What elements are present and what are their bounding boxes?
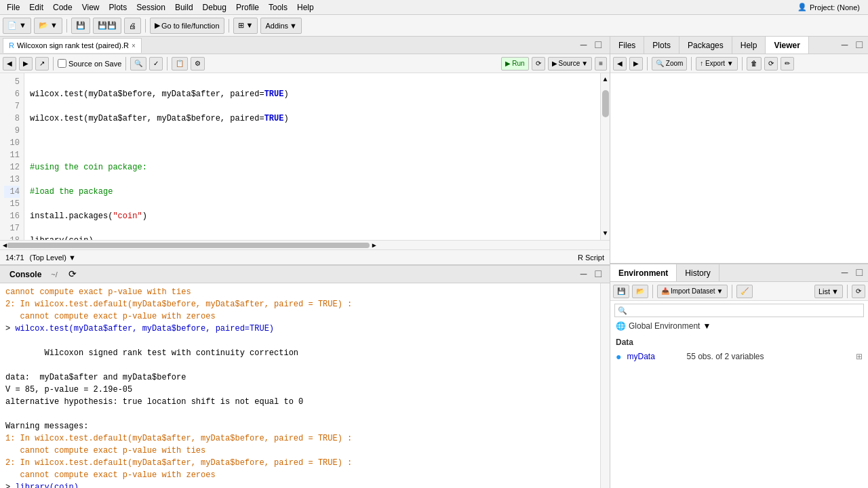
hscrollbar-thumb[interactable] <box>7 243 370 248</box>
more-options-btn[interactable]: ≡ <box>595 57 607 70</box>
import-dataset-btn[interactable]: 📥 Import Dataset ▼ <box>657 285 728 298</box>
tab-history[interactable]: History <box>677 264 719 281</box>
tab-help[interactable]: Help <box>732 37 766 54</box>
grid-btn[interactable]: ⊞ ▼ <box>233 18 258 34</box>
console-content[interactable]: cannot compute exact p-value with ties 2… <box>0 283 600 488</box>
source-btn[interactable]: ▶ Source ▼ <box>548 57 593 70</box>
close-tab-icon[interactable]: × <box>132 42 136 49</box>
run-btn[interactable]: ▶ Run <box>501 57 528 70</box>
editor-scrollbar[interactable]: ▲ ▼ <box>600 73 610 240</box>
save-all-btn[interactable]: 💾💾 <box>93 18 121 34</box>
global-env-dropdown-icon[interactable]: ▼ <box>703 321 711 331</box>
maximize-right-top-icon[interactable]: □ <box>853 39 865 52</box>
editor-tab[interactable]: R Wilcoxon sign rank test (paired).R × <box>3 38 142 53</box>
right-top-controls: — □ <box>836 39 868 52</box>
code-line-9: #load the package <box>30 186 595 198</box>
menu-build[interactable]: Build <box>171 1 197 14</box>
env-sep-3 <box>847 285 848 298</box>
viewer-refresh-btn[interactable]: ⟳ <box>764 57 778 70</box>
menu-bar: File Edit Code View Plots Session Build … <box>0 0 868 15</box>
maximize-console-icon[interactable]: □ <box>592 268 604 281</box>
menu-session[interactable]: Session <box>132 1 170 14</box>
tab-viewer[interactable]: Viewer <box>766 37 808 54</box>
user-icon: 👤 <box>797 3 807 12</box>
viewer-export-btn[interactable]: ↑ Export ▼ <box>696 57 737 70</box>
viewer-edit-btn[interactable]: ✏ <box>781 57 794 70</box>
data-icon: ● <box>616 351 621 362</box>
tab-files[interactable]: Files <box>610 37 644 54</box>
new-file-btn[interactable]: 📄 ▼ <box>3 18 31 34</box>
clear-env-btn[interactable]: 🧹 <box>736 285 753 298</box>
minimize-editor-icon[interactable]: — <box>578 39 590 52</box>
copy-btn[interactable]: 📋 <box>172 57 188 70</box>
minimize-console-icon[interactable]: — <box>578 268 590 281</box>
global-env-label[interactable]: Global Environment <box>629 321 700 331</box>
tab-packages[interactable]: Packages <box>679 37 732 54</box>
viewer-sep-2 <box>691 57 692 70</box>
right-bottom-panel: Environment History — □ 💾 📂 📥 Import Dat… <box>610 264 868 488</box>
options-btn[interactable]: ⚙ <box>191 57 205 70</box>
env-search-box[interactable]: 🔍 <box>614 304 864 317</box>
console-tab[interactable]: Console <box>5 268 45 281</box>
console-refresh-icon[interactable]: ⟳ <box>68 268 77 280</box>
refresh-env-btn[interactable]: ⟳ <box>852 285 865 298</box>
env-sep-1 <box>652 285 653 298</box>
forward-btn[interactable]: ▶ <box>19 57 33 70</box>
search-btn[interactable]: 🔍 <box>130 57 146 70</box>
save-env-btn[interactable]: 💾 <box>613 285 629 298</box>
viewer-clear-btn[interactable]: 🗑 <box>747 57 762 70</box>
list-view-btn[interactable]: List ▼ <box>814 285 843 298</box>
code-line-8: #using the coin package: <box>30 161 595 174</box>
rerun-btn[interactable]: ⟳ <box>532 57 545 70</box>
tab-plots[interactable]: Plots <box>644 37 679 54</box>
print-btn[interactable]: 🖨 <box>124 18 141 34</box>
file-type-label[interactable]: R Script <box>578 253 604 262</box>
editor-sep-1 <box>53 57 54 70</box>
r-file-icon: R <box>9 41 14 49</box>
menu-code[interactable]: Code <box>49 1 77 14</box>
env-search-input[interactable] <box>627 306 861 314</box>
back-btn[interactable]: ◀ <box>3 57 16 70</box>
maximize-editor-icon[interactable]: □ <box>592 39 604 52</box>
menu-edit[interactable]: Edit <box>25 1 47 14</box>
save-btn[interactable]: 💾 <box>71 18 90 34</box>
project-label[interactable]: Project: (None) <box>810 3 860 12</box>
spell-check-btn[interactable]: ✓ <box>149 57 163 70</box>
code-editor[interactable]: 5 6 7 8 9 10 11 12 13 14 15 16 17 18 <box>0 73 600 240</box>
minimize-right-bottom-icon[interactable]: — <box>839 267 851 279</box>
console-scrollbar[interactable] <box>600 283 610 488</box>
minimize-right-top-icon[interactable]: — <box>839 39 851 52</box>
data-name-label[interactable]: myData <box>627 352 681 361</box>
show-in-new-window-btn[interactable]: ↗ <box>35 57 49 70</box>
menu-help[interactable]: Help <box>293 1 318 14</box>
menu-debug[interactable]: Debug <box>199 1 231 14</box>
env-sep-2 <box>732 285 732 298</box>
editor-hscrollbar[interactable]: ◀ ▶ <box>0 240 610 249</box>
tab-environment[interactable]: Environment <box>610 264 677 281</box>
right-bottom-tab-bar: Environment History — □ <box>610 264 868 282</box>
data-section-header: Data <box>616 335 863 350</box>
source-on-save-label[interactable]: Source on Save <box>58 59 121 68</box>
scrollbar-thumb[interactable] <box>602 90 609 117</box>
menu-file[interactable]: File <box>3 1 24 14</box>
main-layout: R Wilcoxon sign rank test (paired).R × —… <box>0 37 868 488</box>
code-content[interactable]: wilcox.test(myData$before, myData$after,… <box>24 73 600 240</box>
data-grid-icon[interactable]: ⊞ <box>856 352 863 361</box>
menu-plots[interactable]: Plots <box>105 1 132 14</box>
global-toolbar: 📄 ▼ 📂 ▼ 💾 💾💾 🖨 ▶ Go to file/function ⊞ ▼… <box>0 15 868 37</box>
load-env-btn[interactable]: 📂 <box>632 285 648 298</box>
maximize-right-bottom-icon[interactable]: □ <box>853 267 865 279</box>
console-panel: Console ~/ ⟳ — □ cannot compute exact p-… <box>0 264 610 488</box>
menu-view[interactable]: View <box>78 1 104 14</box>
viewer-zoom-btn[interactable]: 🔍 Zoom <box>652 57 687 70</box>
menu-profile[interactable]: Profile <box>232 1 263 14</box>
viewer-forward-btn[interactable]: ▶ <box>629 57 643 70</box>
open-file-btn[interactable]: 📂 ▼ <box>34 18 62 34</box>
addins-btn[interactable]: Addins ▼ <box>260 18 302 34</box>
go-to-file-btn[interactable]: ▶ Go to file/function <box>150 18 224 34</box>
viewer-back-btn[interactable]: ◀ <box>613 57 627 70</box>
env-data-content: Data ● myData 55 obs. of 2 variables ⊞ <box>610 332 868 488</box>
menu-tools[interactable]: Tools <box>264 1 292 14</box>
source-on-save-checkbox[interactable] <box>58 59 66 68</box>
editor-toolbar: ◀ ▶ ↗ Source on Save 🔍 ✓ 📋 ⚙ ▶ Run ⟳ <box>0 54 610 73</box>
